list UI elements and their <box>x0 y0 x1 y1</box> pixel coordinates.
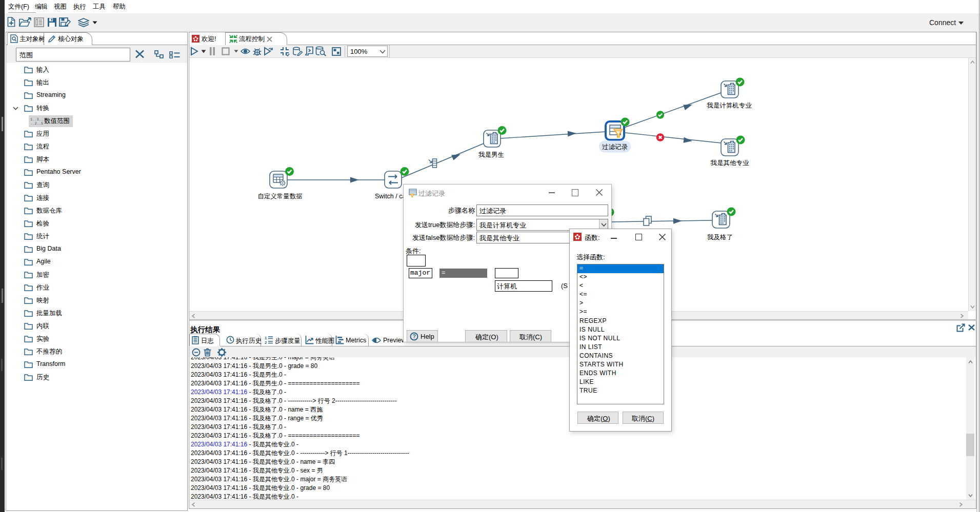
svg-text:我及格了: 我及格了 <box>707 234 733 241</box>
svg-text:1: 1 <box>265 336 267 340</box>
svg-text:我是其他专业: 我是其他专业 <box>710 159 750 167</box>
svg-text:?: ? <box>413 333 416 339</box>
svg-text:过滤记录: 过滤记录 <box>602 144 628 151</box>
svg-text:我是计算机专业: 我是计算机专业 <box>706 102 752 109</box>
svg-text:自定义常量数据: 自定义常量数据 <box>257 193 303 200</box>
svg-text:1..3..: 1..3.. <box>30 117 43 121</box>
svg-text:我是男生: 我是男生 <box>478 151 504 158</box>
svg-text:Switch / ca: Switch / ca <box>375 193 406 200</box>
svg-text:2: 2 <box>265 340 267 344</box>
svg-text:..2..5: ..2..5 <box>30 121 43 126</box>
